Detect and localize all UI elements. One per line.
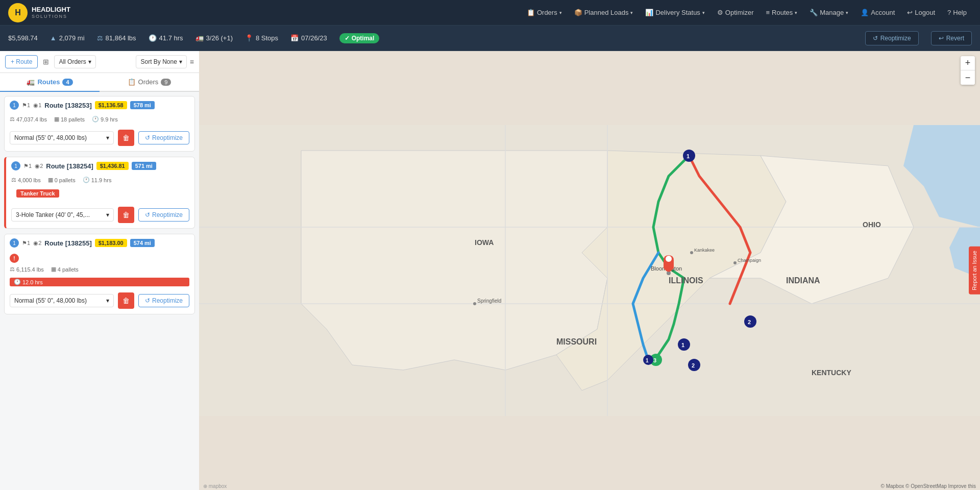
orders-chevron: ▾ bbox=[559, 10, 562, 15]
main-layout: + Route ⊞ All Orders ▾ Sort By None ▾ ≡ … bbox=[0, 51, 980, 490]
trucks-value: 3/26 (+1) bbox=[206, 34, 233, 42]
tab-orders[interactable]: 📋 Orders 9 bbox=[100, 73, 199, 91]
route-actions-138254: 3-Hole Tanker (40' 0", 45,... ▾ 🗑 ↺ Reop… bbox=[6, 204, 194, 228]
route-header-138254: 1 ⚑1 ◉2 Route [138254] $1,436.81 571 mi bbox=[6, 157, 194, 175]
account-icon: 👤 bbox=[861, 9, 869, 16]
stat-trucks: 🚛 3/26 (+1) bbox=[195, 34, 233, 42]
sidebar: + Route ⊞ All Orders ▾ Sort By None ▾ ≡ … bbox=[0, 51, 199, 490]
reoptimize-route-138255[interactable]: ↺ Reoptimize bbox=[138, 294, 189, 307]
nav-help[interactable]: ? Help bbox=[942, 6, 972, 19]
distance-icon: ▲ bbox=[50, 34, 57, 42]
clock-icon: 🕐 bbox=[92, 116, 99, 122]
reopt-icon-255: ↺ bbox=[145, 297, 150, 304]
svg-text:INDIANA: INDIANA bbox=[786, 276, 820, 285]
top-nav: H HEADLIGHT SOLUTIONS 📋 Orders ▾ 📦 Plann… bbox=[0, 0, 980, 26]
sort-filter-icon[interactable]: ≡ bbox=[190, 58, 194, 66]
stat-stops: 📍 8 Stops bbox=[245, 34, 278, 42]
svg-text:Springfield: Springfield bbox=[477, 298, 501, 304]
all-orders-select[interactable]: All Orders ▾ bbox=[54, 55, 95, 68]
sort-chevron-icon: ▾ bbox=[179, 58, 182, 65]
route-actions-138255: Normal (55' 0", 48,000 lbs) ▾ 🗑 ↺ Reopti… bbox=[5, 289, 194, 314]
route-header-138253: 1 ⚑1 ◉1 Route [138253] $1,136.58 578 mi bbox=[5, 96, 194, 114]
filter-settings-icon[interactable]: ⊞ bbox=[41, 56, 51, 68]
svg-text:1: 1 bbox=[687, 153, 690, 159]
sort-select[interactable]: Sort By None ▾ bbox=[136, 55, 186, 68]
svg-text:1: 1 bbox=[646, 358, 649, 363]
nav-routes[interactable]: ≡ Routes ▾ bbox=[761, 6, 802, 19]
truck-select-chevron-255: ▾ bbox=[106, 297, 109, 304]
logo-icon: H bbox=[8, 3, 28, 22]
route-meta-138254: ⚖ 4,000 lbs ▦ 0 pallets 🕐 11.9 hrs bbox=[6, 175, 194, 187]
nav-manage[interactable]: 🔧 Manage ▾ bbox=[804, 6, 853, 19]
pallet-icon-254: ▦ bbox=[48, 177, 53, 183]
svg-text:OHIO: OHIO bbox=[863, 220, 881, 229]
stats-bar: $5,598.74 ▲ 2,079 mi ⚖ 81,864 lbs 🕐 41.7… bbox=[0, 26, 980, 51]
nav-delivery-status[interactable]: 📊 Delivery Status ▾ bbox=[640, 6, 709, 19]
route-name-138254: Route [138254] bbox=[46, 162, 93, 170]
truck-type-select-138254[interactable]: 3-Hole Tanker (40' 0", 45,... ▾ bbox=[11, 208, 114, 222]
nav-logout[interactable]: ↩ Logout bbox=[902, 6, 940, 19]
report-issue-button[interactable]: Report an Issue bbox=[969, 247, 980, 295]
nav-items: 📋 Orders ▾ 📦 Planned Loads ▾ 📊 Delivery … bbox=[522, 6, 972, 19]
reoptimize-route-138254[interactable]: ↺ Reoptimize bbox=[138, 208, 189, 222]
optimizer-icon: ⚙ bbox=[717, 9, 723, 16]
manage-icon: 🔧 bbox=[810, 9, 818, 16]
route-meta-138255: ⚖ 6,115.4 lbs ▦ 4 pallets bbox=[5, 264, 194, 277]
delete-route-138255[interactable]: 🗑 bbox=[118, 292, 134, 309]
routes-icon: ≡ bbox=[766, 9, 770, 16]
delete-route-138253[interactable]: 🗑 bbox=[118, 130, 134, 146]
clock-issue-icon: 🕐 bbox=[14, 279, 21, 285]
revert-icon: ↩ bbox=[939, 35, 944, 42]
truck-select-chevron-254: ▾ bbox=[106, 211, 109, 218]
route-cost-138255: $1,183.00 bbox=[95, 239, 127, 247]
planned-loads-icon: 📦 bbox=[574, 9, 582, 16]
nav-optimizer[interactable]: ⚙ Optimizer bbox=[712, 6, 759, 19]
delete-route-138254[interactable]: 🗑 bbox=[118, 207, 134, 223]
truck-type-select-138253[interactable]: Normal (55' 0", 48,000 lbs) ▾ bbox=[10, 131, 114, 144]
route-dist-138253: 578 mi bbox=[130, 101, 155, 109]
route-dist-138255: 574 mi bbox=[130, 239, 155, 247]
logo-sub: SOLUTIONS bbox=[32, 14, 70, 19]
nav-account[interactable]: 👤 Account bbox=[855, 6, 900, 19]
tab-routes[interactable]: 🚛 Routes 4 bbox=[0, 73, 100, 92]
svg-point-23 bbox=[666, 256, 672, 262]
stat-weight: ⚖ 81,864 lbs bbox=[97, 34, 136, 42]
truck-type-select-138255[interactable]: Normal (55' 0", 48,000 lbs) ▾ bbox=[10, 294, 114, 307]
zoom-in-button[interactable]: + bbox=[961, 56, 975, 70]
map-zoom-controls: + − bbox=[961, 56, 975, 85]
pallet-icon: ▦ bbox=[54, 116, 59, 122]
hours-value: 41.7 hrs bbox=[159, 34, 183, 42]
route-stop-count: 1 bbox=[10, 101, 19, 110]
orders-count: 9 bbox=[161, 79, 171, 86]
clock-icon-254: 🕐 bbox=[83, 177, 90, 183]
trucks-icon: 🚛 bbox=[195, 34, 204, 42]
stops-value: 8 Stops bbox=[256, 34, 278, 42]
add-route-button[interactable]: + Route bbox=[5, 55, 38, 68]
truck-select-chevron: ▾ bbox=[106, 134, 109, 141]
revenue-value: $5,598.74 bbox=[8, 34, 38, 42]
tanker-badge: Tanker Truck bbox=[16, 189, 59, 198]
route-name-138253: Route [138253] bbox=[44, 102, 91, 109]
map-attribution: © Mapbox © OpenStreetMap Improve this bbox=[881, 483, 976, 489]
revert-button[interactable]: ↩ Revert bbox=[931, 31, 972, 45]
route-card-138254: 1 ⚑1 ◉2 Route [138254] $1,436.81 571 mi … bbox=[4, 157, 195, 229]
issue-icon: ! bbox=[10, 254, 19, 263]
svg-text:Champaign: Champaign bbox=[738, 258, 761, 263]
map-area: IOWA ILLINOIS MISSOURI INDIANA OHIO KENT… bbox=[199, 51, 980, 490]
svg-text:2: 2 bbox=[692, 362, 695, 369]
zoom-out-button[interactable]: − bbox=[961, 70, 975, 85]
svg-text:2: 2 bbox=[748, 319, 751, 325]
logo: H HEADLIGHT SOLUTIONS bbox=[8, 3, 70, 22]
reoptimize-button[interactable]: ↺ Reoptimize bbox=[865, 31, 919, 45]
nav-planned-loads[interactable]: 📦 Planned Loads ▾ bbox=[569, 6, 639, 19]
reopt-icon: ↺ bbox=[145, 134, 150, 141]
stat-revenue: $5,598.74 bbox=[8, 34, 38, 42]
svg-point-11 bbox=[473, 302, 476, 305]
nav-orders[interactable]: 📋 Orders ▾ bbox=[522, 6, 567, 19]
help-icon: ? bbox=[947, 9, 951, 16]
route-dist-138254: 571 mi bbox=[132, 162, 156, 170]
svg-text:Kankakee: Kankakee bbox=[694, 248, 715, 253]
svg-text:MISSOURI: MISSOURI bbox=[556, 337, 597, 346]
weight-small-icon: ⚖ bbox=[10, 116, 15, 122]
reoptimize-route-138253[interactable]: ↺ Reoptimize bbox=[138, 131, 189, 144]
